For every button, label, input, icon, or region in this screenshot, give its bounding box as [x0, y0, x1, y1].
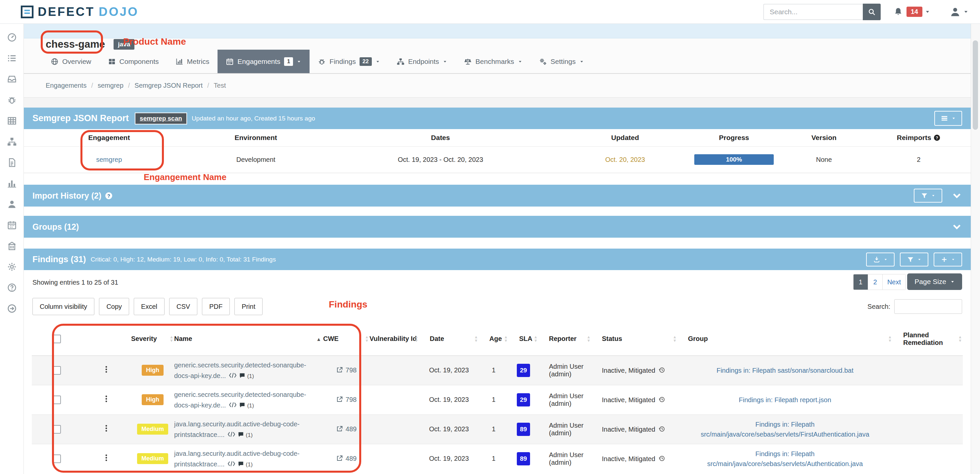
comment-icon[interactable] — [239, 402, 245, 408]
user-menu-icon[interactable] — [950, 6, 961, 17]
export-button-copy[interactable]: Copy — [99, 298, 129, 315]
page-size-button[interactable]: Page Size — [907, 274, 962, 290]
comment-icon[interactable] — [238, 461, 244, 467]
notifications-count-badge[interactable]: 14 — [907, 6, 923, 17]
history-icon[interactable] — [658, 396, 665, 403]
export-button-pdf[interactable]: PDF — [202, 298, 230, 315]
findings-column-header[interactable]: CWE▲▼ — [323, 322, 369, 355]
cwe-link[interactable]: 489 — [346, 455, 356, 462]
gear-icon[interactable] — [7, 262, 17, 272]
search-input[interactable] — [764, 4, 863, 20]
finding-group-link[interactable]: Findings in: Filepath sast/sonar/sonarcl… — [716, 367, 854, 374]
row-select-checkbox[interactable] — [52, 425, 61, 434]
row-select-checkbox[interactable] — [52, 366, 61, 375]
arrow-right-icon[interactable] — [7, 304, 17, 313]
inbox-icon[interactable] — [7, 74, 17, 84]
notifications-bell-icon[interactable] — [893, 7, 903, 17]
findings-column-header[interactable]: Vulnerability Id▲▼ — [369, 322, 419, 355]
tab-settings[interactable]: Settings — [531, 50, 592, 73]
engagement-link[interactable]: semgrep — [96, 156, 122, 163]
page-scrollbar[interactable] — [971, 24, 980, 474]
findings-column-header[interactable]: SLA▲▼ — [509, 322, 538, 355]
finding-name-link[interactable]: java.lang.security.audit.active-debug-co… — [174, 450, 300, 468]
history-icon[interactable] — [658, 366, 665, 374]
bug-icon[interactable] — [7, 95, 17, 105]
cwe-link[interactable]: 489 — [346, 425, 356, 433]
building-icon[interactable] — [7, 241, 17, 251]
scrollbar-thumb[interactable] — [973, 40, 978, 130]
sort-icon[interactable]: ▲▼ — [415, 335, 418, 343]
scan-type-badge[interactable]: semgrep scan — [135, 113, 187, 124]
calendar-icon[interactable] — [7, 220, 17, 230]
tab-benchmarks[interactable]: Benchmarks — [455, 50, 531, 73]
cwe-link[interactable]: 798 — [346, 396, 356, 403]
sitemap-icon[interactable] — [7, 137, 17, 146]
pagination-page-2[interactable]: 2 — [868, 274, 883, 289]
notifications-caret-down-icon[interactable] — [925, 9, 930, 14]
test-actions-menu-button[interactable] — [934, 111, 962, 126]
breadcrumb-link[interactable]: Engagements — [46, 82, 86, 89]
import-history-filter-button[interactable] — [914, 189, 942, 203]
user-menu-caret-down-icon[interactable] — [963, 9, 969, 14]
export-button-print[interactable]: Print — [234, 298, 262, 315]
breadcrumb-link[interactable]: Semgrep JSON Report — [134, 82, 203, 89]
findings-column-header[interactable]: Age▲▼ — [479, 322, 509, 355]
sort-icon[interactable]: ▲▼ — [958, 335, 962, 343]
product-name[interactable]: chess-game — [46, 38, 105, 50]
findings-filter-button[interactable] — [900, 253, 928, 266]
breadcrumb-link[interactable]: semgrep — [98, 82, 124, 89]
dashboard-icon[interactable] — [7, 32, 17, 42]
history-icon[interactable] — [658, 425, 665, 433]
tab-endpoints[interactable]: Endpoints — [388, 50, 455, 73]
tab-components[interactable]: Components — [100, 50, 167, 73]
row-select-checkbox[interactable] — [52, 396, 61, 404]
export-button-csv[interactable]: CSV — [169, 298, 197, 315]
finding-name-link[interactable]: java.lang.security.audit.active-debug-co… — [174, 420, 300, 438]
reimports-help-icon[interactable]: ? — [933, 134, 940, 142]
sort-icon[interactable]: ▲▼ — [170, 335, 173, 343]
findings-column-header[interactable]: Status▲▼ — [591, 322, 678, 355]
tab-overview[interactable]: Overview — [42, 50, 100, 73]
export-button-excel[interactable]: Excel — [134, 298, 165, 315]
file-icon[interactable] — [7, 157, 17, 167]
history-icon[interactable] — [658, 455, 665, 462]
select-all-checkbox[interactable] — [52, 335, 61, 343]
cwe-link[interactable]: 798 — [346, 366, 356, 374]
defectdojo-logo[interactable]: DEFECT DOJO — [21, 5, 139, 19]
export-button-column-visibility[interactable]: Column visibility — [32, 298, 94, 315]
findings-column-header[interactable]: Group▲▼ — [678, 322, 892, 355]
tab-engagements[interactable]: Engagements1 — [218, 50, 310, 73]
comment-icon[interactable] — [238, 431, 244, 437]
table-search-input[interactable] — [894, 299, 962, 314]
sort-icon[interactable]: ▲▼ — [504, 335, 508, 343]
sort-icon[interactable]: ▲▼ — [673, 335, 677, 343]
sort-icon[interactable]: ▲▼ — [587, 335, 591, 343]
findings-column-header[interactable]: Date▲▼ — [419, 322, 479, 355]
table-icon[interactable] — [7, 116, 17, 126]
question-icon[interactable] — [7, 283, 17, 293]
finding-group-link[interactable]: Findings in: Filepath src/main/java/core… — [707, 450, 863, 468]
row-actions-kebab-icon[interactable] — [102, 365, 111, 374]
tab-metrics[interactable]: Metrics — [167, 50, 218, 73]
sort-icon[interactable]: ▲▼ — [365, 335, 369, 343]
row-actions-kebab-icon[interactable] — [102, 453, 111, 462]
groups-section-bar[interactable]: Groups (12) — [24, 216, 971, 238]
pagination-page-1[interactable]: 1 — [854, 274, 868, 289]
import-history-section-bar[interactable]: Import History (2) ? — [24, 185, 971, 207]
row-select-checkbox[interactable] — [52, 455, 61, 463]
findings-column-header[interactable]: Severity▲▼ — [131, 322, 174, 355]
finding-group-link[interactable]: Findings in: Filepath report.json — [739, 396, 831, 404]
groups-chevron-down-icon[interactable] — [951, 221, 962, 232]
finding-group-link[interactable]: Findings in: Filepath src/main/java/core… — [700, 421, 869, 438]
comment-icon[interactable] — [239, 372, 245, 379]
import-history-chevron-down-icon[interactable] — [951, 190, 962, 201]
sort-icon[interactable]: ▲▼ — [534, 335, 538, 343]
list-icon[interactable] — [7, 53, 17, 63]
findings-column-header[interactable]: Reporter▲▼ — [538, 322, 591, 355]
row-actions-kebab-icon[interactable] — [102, 424, 111, 433]
sort-ascending-icon[interactable]: ▲ — [316, 336, 321, 342]
user-icon[interactable] — [7, 199, 17, 209]
row-actions-kebab-icon[interactable] — [102, 394, 111, 403]
tab-findings[interactable]: Findings22 — [310, 50, 388, 73]
search-button[interactable] — [863, 4, 881, 20]
